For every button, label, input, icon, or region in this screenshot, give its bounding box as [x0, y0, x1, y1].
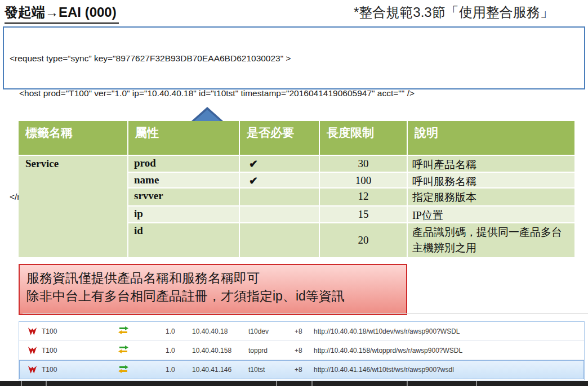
registry-product: T100: [42, 327, 118, 335]
bottom-bar-tick: [407, 381, 408, 386]
registry-timezone: +8: [295, 347, 314, 354]
header-note: *整合規範3.3節「使用整合服務」: [354, 3, 554, 21]
bottom-window-edge-bar: [0, 381, 588, 386]
required-cell: [240, 223, 319, 257]
required-cell: [240, 207, 319, 222]
digiwin-logo-icon: [19, 365, 42, 374]
service-registry-list: T100 1.0 10.40.40.18 t10dev +8 http://10…: [19, 321, 585, 380]
registry-row[interactable]: T100 1.0 10.40.40.18 t10dev +8 http://10…: [19, 322, 584, 341]
length-cell: 30: [320, 156, 407, 172]
required-check-icon: ✔: [240, 156, 319, 172]
length-cell: 100: [320, 173, 407, 187]
desc-cell: 呼叫服務名稱: [408, 173, 574, 187]
bottom-bar-tick: [46, 381, 47, 386]
note-callout: 服務資訊僅提供產品名稱和服務名稱即可 除非中台上有多台相同產品註冊，才須指定ip…: [19, 264, 407, 315]
registry-id: topprd: [248, 347, 295, 354]
registry-version: 1.0: [166, 347, 192, 354]
length-cell: 12: [320, 188, 407, 205]
attr-cell: prod: [128, 156, 239, 172]
required-check-icon: ✔: [240, 173, 319, 187]
registry-ip: 10.40.40.18: [192, 327, 248, 335]
registry-version: 1.0: [166, 366, 192, 374]
code-line-request-open: <request type=“sync” key="8977627F32B93D…: [10, 53, 578, 65]
xml-request-code-box: <request type=“sync” key="8977627F32B93D…: [3, 26, 585, 89]
col-header-length: 長度限制: [320, 121, 407, 155]
registry-row-selected[interactable]: T100 1.0 10.40.41.146 t10tst +8 http://1…: [19, 360, 584, 379]
code-line-host: <host prod="T100" ver="1.0" ip="10.40.40…: [10, 88, 578, 100]
registry-wsdl-url[interactable]: http://10.40.40.158/wtopprd/ws/r/awsp900…: [314, 347, 584, 354]
col-header-tag: 標籤名稱: [19, 121, 127, 155]
sync-arrows-icon: [118, 365, 166, 375]
sync-arrows-icon: [118, 345, 166, 356]
registry-ip: 10.40.41.146: [192, 366, 248, 374]
attr-cell: id: [128, 223, 239, 257]
slide: 發起端→EAI (000) *整合規範3.3節「使用整合服務」 <request…: [0, 0, 588, 386]
callout-line-1: 服務資訊僅提供產品名稱和服務名稱即可: [26, 269, 399, 287]
digiwin-logo-icon: [19, 327, 42, 336]
page-title: 發起端→EAI (000): [5, 3, 119, 24]
registry-ip: 10.40.40.158: [192, 347, 248, 354]
registry-timezone: +8: [295, 366, 314, 374]
registry-wsdl-url[interactable]: http://10.40.41.146/wt10tst/ws/r/awsp900…: [314, 366, 584, 374]
registry-id: t10dev: [248, 327, 295, 335]
length-cell: 20: [320, 223, 407, 257]
registry-wsdl-url[interactable]: http://10.40.40.18/wt10dev/ws/r/awsp900?…: [314, 327, 584, 335]
pointer-triangle-icon-fill: [194, 110, 220, 121]
registry-version: 1.0: [166, 327, 192, 335]
registry-product: T100: [42, 366, 118, 374]
callout-line-2: 除非中台上有多台相同產品註冊，才須指定ip、id等資訊: [26, 287, 399, 305]
tag-name-cell: Service: [19, 156, 127, 257]
registry-row[interactable]: T100 1.0 10.40.40.158 topprd +8 http://1…: [19, 341, 584, 360]
attr-cell: name: [128, 173, 239, 187]
bottom-bar-tick: [311, 381, 313, 386]
bottom-bar-tick: [476, 381, 477, 386]
service-attribute-table: 標籤名稱 屬性 是否必要 長度限制 說明 Service prod ✔ 30 呼…: [19, 121, 574, 257]
desc-cell: 呼叫產品名稱: [408, 156, 574, 172]
desc-cell: IP位置: [408, 207, 574, 222]
col-header-desc: 說明: [408, 121, 574, 155]
required-cell: [240, 188, 319, 205]
panel-top-divider: [23, 313, 588, 314]
desc-cell: 指定服務版本: [408, 188, 574, 205]
bottom-bar-tick: [21, 381, 22, 386]
sync-arrows-icon: [118, 326, 166, 336]
digiwin-logo-icon: [19, 346, 42, 355]
desc-cell: 產品識別碼，提供同一產品多台主機辨別之用: [408, 223, 574, 257]
registry-timezone: +8: [295, 327, 314, 335]
attr-cell: srvver: [128, 188, 239, 205]
bottom-bar-tick: [276, 381, 277, 386]
registry-product: T100: [42, 347, 118, 354]
length-cell: 15: [320, 207, 407, 222]
attr-cell: ip: [128, 207, 239, 222]
registry-id: t10tst: [248, 366, 295, 374]
col-header-required: 是否必要: [240, 121, 319, 155]
col-header-attr: 屬性: [128, 121, 239, 155]
